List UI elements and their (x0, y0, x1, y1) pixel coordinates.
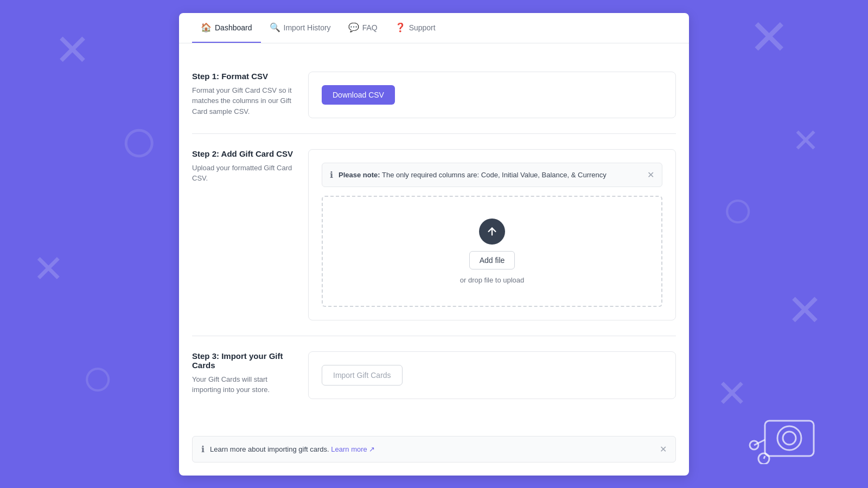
tab-dashboard-label: Dashboard (215, 23, 252, 32)
svg-text:✕: ✕ (792, 123, 819, 159)
svg-text:○: ○ (722, 178, 754, 239)
step1-section: Step 1: Format CSV Format your Gift Card… (192, 56, 676, 134)
svg-point-13 (777, 426, 801, 450)
tab-import-history-label: Import History (284, 23, 331, 32)
learn-more-link[interactable]: Learn more ↗ (331, 445, 375, 453)
svg-text:✕: ✕ (749, 10, 789, 65)
step2-section: Step 2: Add Gift Card CSV Upload your fo… (192, 134, 676, 336)
info-icon: ℹ (330, 170, 333, 180)
upload-icon (479, 219, 505, 245)
step1-right: Download CSV (308, 72, 676, 118)
note-body: The only required columns are: Code, Ini… (382, 171, 607, 179)
add-file-button[interactable]: Add file (469, 251, 515, 269)
svg-text:✕: ✕ (54, 26, 91, 74)
step3-title: Step 3: Import your Gift Cards (192, 351, 295, 370)
note-text: Please note: The only required columns a… (339, 171, 642, 179)
step2-right: ℹ Please note: The only required columns… (308, 149, 676, 320)
note-close-button[interactable]: ✕ (647, 170, 654, 180)
file-upload-area[interactable]: Add file or drop file to upload (322, 196, 662, 307)
svg-rect-12 (765, 421, 814, 456)
tab-faq-label: FAQ (362, 23, 378, 32)
tab-import-history[interactable]: 🔍 Import History (261, 13, 340, 43)
svg-text:✕: ✕ (716, 373, 748, 415)
info-bar-icon: ℹ (201, 444, 205, 454)
svg-point-14 (783, 432, 796, 445)
info-bar-description: Learn more about importing gift cards. (210, 445, 329, 453)
step2-desc: Upload your formatted Gift Card CSV. (192, 163, 295, 184)
home-icon: 🏠 (201, 22, 212, 33)
info-bar-close-button[interactable]: ✕ (660, 444, 667, 454)
svg-line-17 (754, 440, 765, 445)
svg-point-16 (750, 441, 758, 450)
content-area: Step 1: Format CSV Format your Gift Card… (179, 43, 689, 427)
svg-text:○: ○ (81, 346, 114, 407)
note-banner: ℹ Please note: The only required columns… (322, 163, 662, 187)
svg-text:○: ○ (119, 104, 158, 176)
info-bar: ℹ Learn more about importing gift cards.… (192, 436, 676, 463)
chat-icon: 💬 (348, 22, 359, 33)
upload-drop-text: or drop file to upload (460, 276, 525, 284)
note-bold: Please note: (339, 171, 380, 179)
camera-decoration (749, 410, 825, 466)
download-csv-button[interactable]: Download CSV (322, 85, 395, 105)
tab-faq[interactable]: 💬 FAQ (340, 13, 386, 43)
search-icon: 🔍 (270, 22, 280, 33)
step3-section: Step 3: Import your Gift Cards Your Gift… (192, 336, 676, 414)
step2-title: Step 2: Add Gift Card CSV (192, 149, 295, 158)
step3-left: Step 3: Import your Gift Cards Your Gift… (192, 351, 295, 399)
svg-text:✕: ✕ (787, 286, 823, 335)
step1-title: Step 1: Format CSV (192, 72, 295, 81)
step1-left: Step 1: Format CSV Format your Gift Card… (192, 72, 295, 118)
tab-dashboard[interactable]: 🏠 Dashboard (192, 13, 261, 43)
step2-left: Step 2: Add Gift Card CSV Upload your fo… (192, 149, 295, 320)
step1-desc: Format your Gift Card CSV so it matches … (192, 85, 295, 117)
tab-support-label: Support (409, 23, 436, 32)
nav-tabs: 🏠 Dashboard 🔍 Import History 💬 FAQ ❓ Sup… (179, 13, 689, 43)
import-gift-cards-button[interactable]: Import Gift Cards (322, 365, 403, 386)
main-card: 🏠 Dashboard 🔍 Import History 💬 FAQ ❓ Sup… (179, 13, 689, 476)
step3-right: Import Gift Cards (308, 351, 676, 399)
svg-line-18 (764, 456, 765, 459)
step3-desc: Your Gift Cards will start importing int… (192, 374, 295, 395)
help-icon: ❓ (395, 22, 406, 33)
tab-support[interactable]: ❓ Support (386, 13, 444, 43)
svg-text:✕: ✕ (33, 248, 65, 290)
info-bar-text: Learn more about importing gift cards. L… (210, 445, 654, 453)
svg-point-15 (758, 453, 769, 464)
